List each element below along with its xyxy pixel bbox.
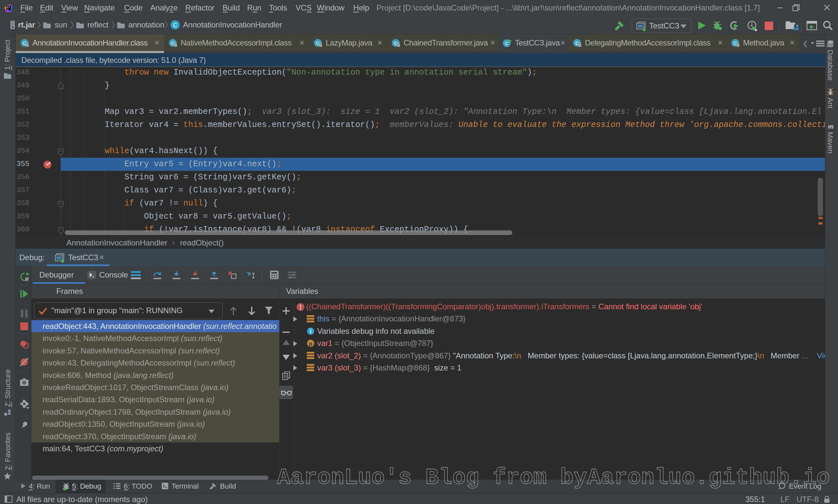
svg-text:C: C [394, 40, 398, 46]
svg-text:C: C [575, 40, 579, 46]
svg-text:C: C [23, 40, 26, 46]
svg-text:C: C [734, 40, 737, 46]
svg-text:C: C [505, 40, 509, 46]
svg-text:IJ: IJ [7, 6, 10, 9]
svg-text:m: m [828, 123, 834, 130]
svg-text:C: C [316, 40, 320, 46]
svg-text:C: C [173, 22, 177, 29]
svg-text:p: p [309, 341, 312, 347]
svg-text:C: C [171, 40, 175, 46]
